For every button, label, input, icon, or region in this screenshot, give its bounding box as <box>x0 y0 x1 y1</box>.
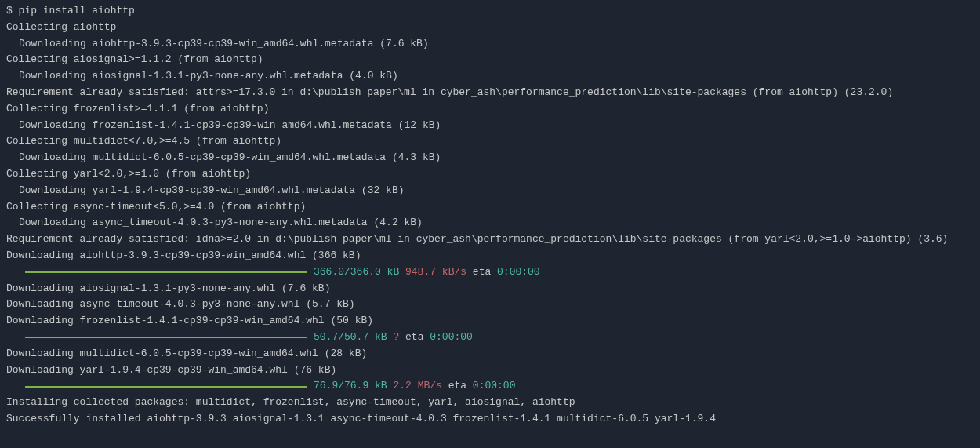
progress-time: 0:00:00 <box>430 330 473 346</box>
output-line: Successfully installed aiohttp-3.9.3 aio… <box>6 411 974 428</box>
output-line: Downloading yarl-1.9.4-cp39-cp39-win_amd… <box>6 183 974 199</box>
progress-speed: ? <box>387 330 400 346</box>
output-line: Installing collected packages: multidict… <box>6 395 974 411</box>
progress-eta-label: eta <box>442 378 473 395</box>
progress-time: 0:00:00 <box>497 264 540 281</box>
output-line: Downloading async_timeout-4.0.3-py3-none… <box>6 297 974 313</box>
output-line: Collecting aiosignal>=1.1.2 (from aiohtt… <box>6 52 974 68</box>
progress-bar <box>25 337 307 338</box>
progress-speed: 2.2 MB/s <box>387 378 442 395</box>
progress-eta-label: eta <box>399 330 430 346</box>
output-line: Requirement already satisfied: idna>=2.0… <box>6 231 974 248</box>
output-line: Downloading yarl-1.9.4-cp39-cp39-win_amd… <box>6 362 974 379</box>
output-line: Collecting yarl<2.0,>=1.0 (from aiohttp) <box>6 166 974 183</box>
output-line: Downloading frozenlist-1.4.1-cp39-cp39-w… <box>6 118 974 134</box>
prompt-symbol: $ <box>6 5 19 16</box>
progress-bar <box>25 271 307 273</box>
output-line: Downloading multidict-6.0.5-cp39-cp39-wi… <box>6 150 974 166</box>
output-line: Requirement already satisfied: attrs>=17… <box>6 85 974 101</box>
output-line: Collecting aiohttp <box>6 20 974 36</box>
command-text: pip install aiohttp <box>19 5 135 16</box>
progress-size: 366.0/366.0 kB <box>314 264 399 281</box>
output-line: Collecting frozenlist>=1.1.1 (from aioht… <box>6 101 974 118</box>
progress-line: 366.0/366.0 kB 948.7 kB/s eta 0:00:00 <box>6 264 974 281</box>
output-line: Collecting async-timeout<5.0,>=4.0 (from… <box>6 199 974 216</box>
output-line: Downloading aiohttp-3.9.3-cp39-cp39-win_… <box>6 36 974 53</box>
progress-line: 76.9/76.9 kB 2.2 MB/s eta 0:00:00 <box>6 378 974 395</box>
command-line: $ pip install aiohttp <box>6 3 974 20</box>
progress-time: 0:00:00 <box>473 378 516 395</box>
output-line: Downloading aiohttp-3.9.3-cp39-cp39-win_… <box>6 248 974 264</box>
progress-eta-label: eta <box>466 264 497 281</box>
output-line: Downloading aiosignal-1.3.1-py3-none-any… <box>6 68 974 85</box>
progress-size: 50.7/50.7 kB <box>314 330 387 346</box>
progress-line: 50.7/50.7 kB ? eta 0:00:00 <box>6 330 974 346</box>
progress-bar <box>25 386 307 388</box>
output-line: Downloading frozenlist-1.4.1-cp39-cp39-w… <box>6 313 974 330</box>
progress-speed: 948.7 kB/s <box>399 264 466 281</box>
output-line: Downloading multidict-6.0.5-cp39-cp39-wi… <box>6 346 974 362</box>
terminal-output: $ pip install aiohttp Collecting aiohttp… <box>6 3 974 428</box>
output-line: Downloading async_timeout-4.0.3-py3-none… <box>6 215 974 231</box>
output-line: Collecting multidict<7.0,>=4.5 (from aio… <box>6 133 974 150</box>
progress-size: 76.9/76.9 kB <box>314 378 387 395</box>
output-line: Downloading aiosignal-1.3.1-py3-none-any… <box>6 281 974 297</box>
